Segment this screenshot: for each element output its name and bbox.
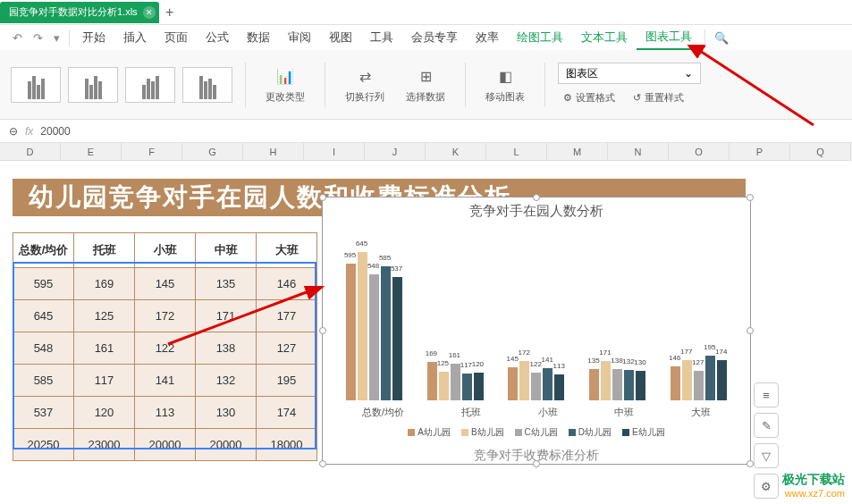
chart-bar[interactable]: 132	[624, 370, 634, 400]
chart-bar[interactable]: 138	[612, 369, 622, 400]
chart-bar[interactable]: 127	[694, 371, 704, 400]
chart-bar[interactable]: 113	[554, 374, 564, 400]
chart-title[interactable]: 竞争对手在园人数分析	[323, 197, 750, 225]
undo-button[interactable]: ↶	[7, 28, 28, 48]
chart-elements-button[interactable]: ≡	[754, 382, 779, 407]
chart-bar[interactable]: 548	[369, 274, 379, 400]
resize-handle[interactable]	[747, 194, 754, 201]
add-tab-button[interactable]: +	[159, 4, 181, 21]
column-header[interactable]: I	[304, 143, 365, 161]
resize-handle[interactable]	[319, 194, 326, 201]
table-cell[interactable]: 125	[74, 300, 135, 332]
resize-handle[interactable]	[533, 460, 540, 467]
table-cell[interactable]: 537	[13, 397, 74, 429]
chart-area-dropdown[interactable]: 图表区⌄	[558, 63, 701, 84]
reset-style-button[interactable]: ↺重置样式	[628, 89, 689, 106]
table-cell[interactable]: 20250	[13, 429, 74, 461]
menu-texttools[interactable]: 文本工具	[572, 26, 637, 49]
table-cell[interactable]: 171	[196, 300, 257, 332]
chart-template-3[interactable]	[125, 67, 175, 103]
table-header[interactable]: 大班	[257, 233, 317, 268]
chart-plot-area[interactable]: 5956455485855371691251611171201451721221…	[323, 225, 750, 404]
chart-bar[interactable]: 645	[358, 252, 367, 400]
chart-bar[interactable]: 195	[705, 356, 715, 400]
table-cell[interactable]: 130	[196, 397, 257, 429]
column-header[interactable]: J	[365, 143, 426, 161]
chart-bar[interactable]: 122	[531, 373, 541, 400]
redo-button[interactable]: ↷	[28, 28, 48, 48]
menu-efficiency[interactable]: 效率	[467, 26, 508, 49]
column-header[interactable]: N	[608, 143, 669, 161]
menu-view[interactable]: 视图	[320, 26, 361, 49]
table-cell[interactable]: 595	[13, 268, 74, 300]
chart-bar[interactable]: 130	[636, 371, 645, 400]
chart-template-4[interactable]	[182, 67, 232, 103]
chart-bar[interactable]: 146	[671, 366, 680, 400]
table-cell[interactable]: 195	[257, 365, 317, 397]
file-tab[interactable]: 园竞争对手数据对比分析1.xls ✕	[0, 2, 159, 23]
menu-tools[interactable]: 工具	[361, 26, 402, 49]
change-type-button[interactable]: 📊更改类型	[258, 62, 312, 107]
chart-style-button[interactable]: ✎	[754, 413, 779, 438]
table-cell[interactable]: 20000	[135, 429, 196, 461]
legend-item[interactable]: B幼儿园	[461, 426, 504, 439]
table-cell[interactable]: 146	[257, 268, 317, 300]
table-cell[interactable]: 161	[74, 332, 135, 365]
table-cell[interactable]: 177	[257, 300, 317, 332]
close-tab-icon[interactable]: ✕	[143, 6, 156, 19]
data-table[interactable]: 总数/均价托班小班中班大班595169145135146645125172171…	[13, 232, 317, 461]
legend-item[interactable]: E幼儿园	[622, 426, 665, 439]
table-cell[interactable]: 169	[74, 268, 135, 300]
chart-bar[interactable]: 120	[474, 373, 484, 400]
table-header[interactable]: 总数/均价	[13, 233, 74, 268]
chart-bar[interactable]: 172	[519, 361, 529, 400]
menu-formula[interactable]: 公式	[197, 26, 238, 49]
table-cell[interactable]: 645	[13, 300, 74, 332]
chart-object[interactable]: 竞争对手在园人数分析 59564554858553716912516111712…	[322, 197, 751, 465]
chart-bar[interactable]: 595	[346, 264, 356, 400]
menu-start[interactable]: 开始	[73, 26, 114, 49]
chart-bar[interactable]: 125	[439, 372, 449, 400]
table-cell[interactable]: 23000	[74, 429, 135, 461]
resize-handle[interactable]	[533, 194, 540, 201]
chart-template-2[interactable]	[68, 67, 118, 103]
table-cell[interactable]: 122	[135, 332, 196, 365]
chart-bar[interactable]: 169	[427, 362, 437, 400]
menu-charttools[interactable]: 图表工具	[637, 25, 701, 50]
resize-handle[interactable]	[747, 460, 754, 467]
column-header[interactable]: P	[730, 143, 790, 161]
column-header[interactable]: M	[547, 143, 608, 161]
table-cell[interactable]: 20000	[196, 429, 257, 461]
chart-bar[interactable]: 174	[717, 360, 727, 400]
table-cell[interactable]: 132	[196, 365, 257, 397]
table-cell[interactable]: 138	[196, 332, 257, 365]
table-cell[interactable]: 145	[135, 268, 196, 300]
chart-filter-button[interactable]: ▽	[754, 443, 779, 468]
table-cell[interactable]: 135	[196, 268, 257, 300]
legend-item[interactable]: A幼儿园	[408, 426, 451, 439]
table-cell[interactable]: 548	[13, 332, 74, 365]
move-chart-button[interactable]: ◧移动图表	[478, 62, 532, 107]
table-cell[interactable]: 127	[257, 332, 317, 365]
menu-vip[interactable]: 会员专享	[402, 26, 467, 49]
chart-bar[interactable]: 145	[508, 367, 518, 400]
chart-bar[interactable]: 177	[682, 360, 692, 401]
legend-item[interactable]: D幼儿园	[569, 426, 612, 439]
table-cell[interactable]: 18000	[257, 429, 317, 461]
column-header[interactable]: O	[669, 143, 730, 161]
column-header[interactable]: F	[122, 143, 182, 161]
legend-item[interactable]: C幼儿园	[515, 426, 558, 439]
chart-bar[interactable]: 537	[392, 277, 402, 400]
column-header[interactable]: Q	[790, 143, 851, 161]
table-cell[interactable]: 141	[135, 365, 196, 397]
menu-drawtools[interactable]: 绘图工具	[508, 26, 572, 49]
table-header[interactable]: 中班	[196, 233, 257, 268]
table-cell[interactable]: 174	[257, 397, 317, 429]
menu-review[interactable]: 审阅	[279, 26, 320, 49]
chart-settings-button[interactable]: ⚙	[754, 474, 779, 499]
formula-value[interactable]: 20000	[40, 125, 70, 138]
menu-page[interactable]: 页面	[156, 26, 197, 49]
table-cell[interactable]: 117	[74, 365, 135, 397]
chart-bar[interactable]: 161	[451, 364, 460, 400]
chart-bar[interactable]: 117	[462, 374, 472, 400]
